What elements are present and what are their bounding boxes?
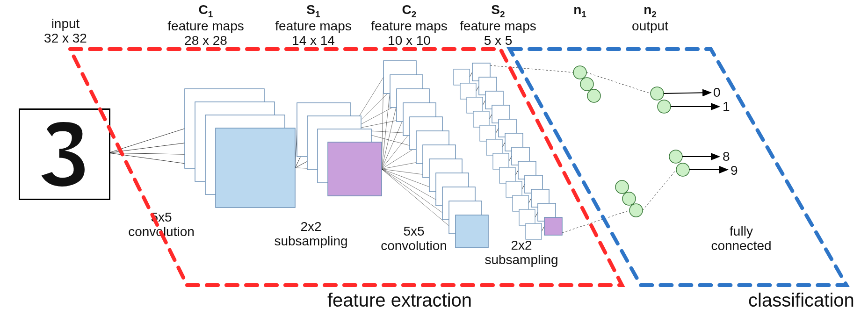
svg-point-42: [501, 50, 504, 53]
feature-extraction-region: [70, 49, 622, 285]
regions-layer: [0, 0, 868, 316]
cnn-architecture-diagram: input 32 x 32 C1 feature maps 28 x 28 S1…: [0, 0, 868, 316]
